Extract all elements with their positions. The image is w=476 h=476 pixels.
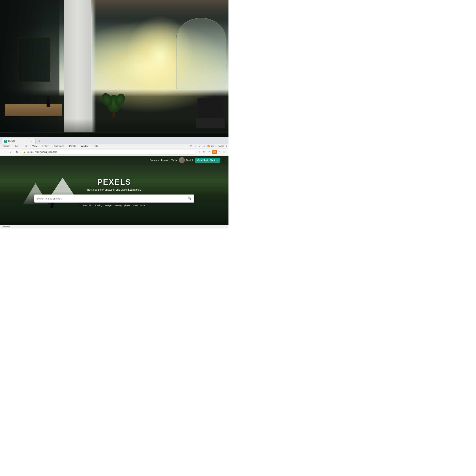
search-tag-house[interactable]: house bbox=[81, 204, 86, 207]
person-silhouette bbox=[46, 96, 51, 107]
ext-icon-2[interactable]: A bbox=[218, 150, 222, 154]
back-button[interactable]: ‹ bbox=[2, 150, 7, 155]
browse-nav-item[interactable]: Browse ▾ bbox=[150, 159, 159, 161]
shield-check-icon[interactable]: 🛡 bbox=[202, 150, 206, 154]
nav-right: Browse ▾ License Tools Daniel Contribute… bbox=[150, 157, 225, 163]
tab-title: Browse bbox=[8, 140, 15, 142]
dropbox-icon: ✦ bbox=[193, 144, 197, 148]
more-tags-button[interactable]: more → bbox=[140, 204, 148, 207]
browser-toolbar: ‹ › ↻ 🔒 Secure https://www.pexels.com ☆ … bbox=[0, 149, 228, 156]
username-label[interactable]: Daniel bbox=[186, 159, 193, 161]
license-nav-item[interactable]: License bbox=[161, 159, 169, 161]
browser-menu-bar: Chrome File Edit View History Bookmarks … bbox=[0, 144, 228, 149]
window-menu[interactable]: Window bbox=[80, 144, 89, 148]
pexels-hero: Browse ▾ License Tools Daniel Contribute… bbox=[0, 156, 228, 228]
bookmark-star-icon[interactable]: ☆ bbox=[197, 150, 201, 154]
shield-icon: 🛡 bbox=[189, 144, 193, 148]
more-nav-button[interactable]: ··· bbox=[222, 158, 225, 162]
office-background bbox=[0, 0, 228, 149]
browser-tabs-bar: P Browse × + bbox=[0, 137, 228, 144]
edit-menu[interactable]: Edit bbox=[23, 144, 28, 148]
system-tray: 🛡 ✦ ● S 📶 100 % Wed 16:15 bbox=[189, 144, 227, 148]
search-tag-vintage[interactable]: vintage bbox=[105, 204, 112, 207]
view-menu[interactable]: View bbox=[32, 144, 38, 148]
battery-level: 100 % bbox=[211, 145, 216, 147]
contribute-photos-button[interactable]: Contribute Photos bbox=[195, 158, 220, 163]
hero-content: PEXELS Best free stock photos in one pla… bbox=[34, 178, 194, 207]
chair bbox=[194, 98, 226, 131]
people-menu[interactable]: People bbox=[68, 144, 77, 148]
pexels-nav: Browse ▾ License Tools Daniel Contribute… bbox=[0, 156, 228, 165]
url-text: https://www.pexels.com bbox=[35, 151, 57, 153]
search-tag-blur[interactable]: blur bbox=[89, 204, 93, 207]
search-tag-training[interactable]: training bbox=[95, 204, 102, 207]
status-bar: Searches bbox=[0, 225, 228, 228]
forward-button[interactable]: › bbox=[8, 150, 13, 155]
address-bar[interactable]: 🔒 Secure https://www.pexels.com bbox=[21, 150, 196, 155]
tab-close-button[interactable]: × bbox=[30, 140, 33, 143]
search-tags: house blur training vintage meeting phon… bbox=[34, 204, 194, 207]
browser-window: P Browse × + Chrome File Edit View Histo… bbox=[0, 137, 228, 228]
search-bar[interactable]: 🔍 bbox=[34, 195, 194, 203]
file-menu[interactable]: File bbox=[14, 144, 19, 148]
history-menu[interactable]: History bbox=[41, 144, 49, 148]
help-menu[interactable]: Help bbox=[93, 144, 99, 148]
search-icon[interactable]: 🔍 bbox=[188, 197, 192, 200]
new-tab-button[interactable]: + bbox=[37, 139, 42, 144]
plant bbox=[107, 95, 120, 119]
status-text: Searches bbox=[2, 226, 10, 228]
chrome-menu[interactable]: Chrome bbox=[2, 144, 11, 148]
pexels-website: Browse ▾ License Tools Daniel Contribute… bbox=[0, 156, 228, 228]
bookmarks-menu[interactable]: Bookmarks bbox=[53, 144, 65, 148]
wifi-icon: 📶 bbox=[207, 145, 210, 147]
search-tag-phone[interactable]: phone bbox=[124, 204, 130, 207]
system-time: Wed 16:15 bbox=[218, 145, 227, 147]
toolbar-icons: ☆ 🛡 P OFF A × bbox=[197, 150, 227, 154]
hero-title: PEXELS bbox=[34, 178, 194, 187]
hero-subtitle: Best free stock photos in one place. Lea… bbox=[34, 188, 194, 191]
close-window-icon[interactable]: × bbox=[222, 150, 227, 154]
chrome-icon: ● bbox=[198, 144, 202, 148]
skype-icon: S bbox=[202, 144, 206, 148]
search-tag-wood[interactable]: wood bbox=[133, 204, 137, 207]
search-input[interactable] bbox=[37, 197, 186, 200]
reload-button[interactable]: ↻ bbox=[14, 150, 19, 155]
search-tag-meeting[interactable]: meeting bbox=[114, 204, 122, 207]
secure-icon: 🔒 bbox=[23, 151, 26, 153]
learn-more-link[interactable]: Learn more bbox=[128, 188, 141, 191]
tab-favicon: P bbox=[4, 140, 7, 143]
secure-label: Secure bbox=[27, 151, 34, 153]
user-avatar[interactable] bbox=[179, 157, 185, 163]
ext-icon-1[interactable]: OFF bbox=[212, 150, 217, 154]
tools-nav-item[interactable]: Tools bbox=[171, 159, 177, 161]
active-tab[interactable]: P Browse × bbox=[2, 138, 35, 144]
pinterest-icon[interactable]: P bbox=[207, 150, 212, 154]
